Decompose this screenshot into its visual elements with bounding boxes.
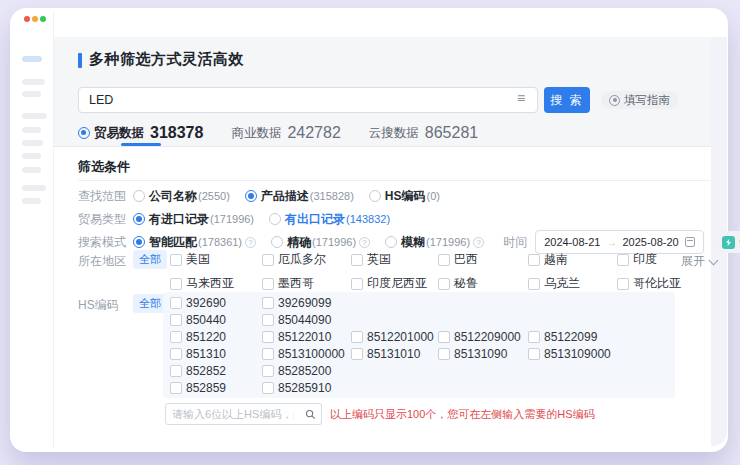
hs-code-item[interactable]: 39269099: [262, 296, 351, 310]
checkbox-icon: [528, 254, 540, 266]
hs-code-row: 85044085044090: [170, 314, 617, 326]
checkbox-icon: [262, 314, 274, 326]
region-checkbox-item[interactable]: 英国: [351, 251, 438, 268]
radio-option[interactable]: HS编码(0): [369, 188, 440, 205]
window-zoom-button[interactable]: [40, 16, 46, 22]
radio-option[interactable]: 产品描述(315828): [245, 188, 354, 205]
hs-code-item[interactable]: 8513100000: [262, 347, 351, 361]
checkbox-icon: [262, 348, 274, 360]
hs-code-label: 852859: [186, 381, 226, 395]
checkbox-icon: [170, 331, 182, 343]
hs-code-item[interactable]: 392690: [170, 296, 262, 310]
tab-3[interactable]: 云搜数据865281: [369, 120, 478, 146]
tab-2[interactable]: 商业数据242782: [231, 120, 340, 146]
search-icon: [305, 409, 316, 420]
tab-1[interactable]: 贸易数据318378: [78, 120, 203, 146]
sidebar-skeleton-item: [22, 79, 45, 85]
filter-row-2: 贸易类型有进口记录(171996)有出口记录(143832): [78, 210, 405, 228]
info-icon[interactable]: ?: [245, 237, 256, 248]
region-checkbox-item[interactable]: 越南: [528, 251, 617, 268]
screenshot-stage: 多种筛选方式灵活高效 ≡ 搜 索 填写指南 贸易数据318378商业数据2427…: [0, 0, 740, 465]
sidebar-skeleton-item: [22, 167, 41, 173]
hs-code-item[interactable]: 851220: [170, 330, 262, 344]
option-count: (171996): [210, 213, 254, 225]
checkbox-icon: [438, 278, 450, 290]
hs-code-item[interactable]: 8513109000: [528, 347, 617, 361]
region-checkbox-item[interactable]: 乌克兰: [528, 275, 617, 292]
hs-code-label: 39269099: [278, 296, 331, 310]
region-checkbox-item[interactable]: 秘鲁: [438, 275, 528, 292]
checkbox-icon: [351, 254, 363, 266]
hs-code-item[interactable]: 85131010: [351, 347, 438, 361]
region-checkbox-item[interactable]: 印度尼西亚: [351, 275, 438, 292]
option-label: 模糊: [401, 234, 425, 251]
filter-row-3: 搜索模式智能匹配(178361)?精确(171996)?模糊(171996)?时…: [78, 233, 740, 251]
trade-data-icon: [78, 127, 90, 139]
option-label: 精确: [287, 234, 311, 251]
hs-code-item[interactable]: 850440: [170, 313, 262, 327]
time-label: 时间: [503, 234, 527, 251]
window-minimize-button[interactable]: [32, 16, 38, 22]
page-title: 多种筛选方式灵活高效: [89, 50, 244, 69]
radio-option[interactable]: 模糊(171996)?: [385, 234, 484, 251]
section-divider: [78, 180, 710, 181]
region-label: 马来西亚: [186, 275, 234, 292]
hs-code-item[interactable]: 852859: [170, 381, 262, 395]
fill-guide-button[interactable]: 填写指南: [601, 91, 678, 109]
hscode-search-button[interactable]: [300, 403, 322, 425]
radio-option[interactable]: 智能匹配(178361)?: [133, 234, 256, 251]
region-checkbox-item[interactable]: 哥伦比亚: [617, 275, 687, 292]
hs-code-label: 392690: [186, 296, 226, 310]
filter-section-title: 筛选条件: [78, 158, 130, 176]
expand-toggle[interactable]: 展开: [681, 253, 717, 270]
radio-option[interactable]: 有进口记录(171996): [133, 211, 254, 228]
checkbox-icon: [528, 278, 540, 290]
hscode-all-pill[interactable]: 全部: [133, 294, 167, 313]
region-checkbox-item[interactable]: 墨西哥: [262, 275, 351, 292]
calendar-icon: [685, 237, 695, 247]
region-checkbox-item[interactable]: 巴西: [438, 251, 528, 268]
hs-code-label: 85044090: [278, 313, 331, 327]
hs-code-row: 85285985285910: [170, 382, 617, 394]
radio-selected-icon: [133, 213, 145, 225]
checkbox-icon: [170, 382, 182, 394]
hscode-input[interactable]: [165, 403, 301, 425]
hs-code-row: 85285285285200: [170, 365, 617, 377]
info-icon[interactable]: ?: [473, 237, 484, 248]
region-label: 乌克兰: [544, 275, 580, 292]
hs-code-item[interactable]: 85044090: [262, 313, 351, 327]
radio-option[interactable]: 公司名称(2550): [133, 188, 230, 205]
hs-code-item[interactable]: 8512209000: [438, 330, 528, 344]
radio-option[interactable]: 有出口记录(143832): [269, 211, 390, 228]
region-checkbox-item[interactable]: 厄瓜多尔: [262, 251, 351, 268]
filter-lines-icon[interactable]: ≡: [517, 91, 525, 105]
region-all-pill[interactable]: 全部: [133, 250, 167, 269]
sidebar-skeleton-item: [22, 113, 47, 119]
radio-icon: [369, 190, 381, 202]
region-checkbox-item[interactable]: 美国: [170, 251, 262, 268]
info-icon[interactable]: ?: [359, 237, 370, 248]
hs-code-item[interactable]: 851310: [170, 347, 262, 361]
hs-code-item[interactable]: 85122099: [528, 330, 617, 344]
region-label: 越南: [544, 251, 568, 268]
window-close-button[interactable]: [24, 16, 30, 22]
checkbox-icon: [617, 278, 629, 290]
sidebar-skeleton-item: [22, 140, 43, 146]
hs-code-item[interactable]: 85122010: [262, 330, 351, 344]
region-checkbox-item[interactable]: 马来西亚: [170, 275, 262, 292]
quick-options-button[interactable]: 快捷选项: [714, 231, 740, 253]
hs-code-item[interactable]: 85285200: [262, 364, 351, 378]
tab-count: 318378: [150, 124, 203, 142]
region-checkbox-item[interactable]: 印度: [617, 251, 687, 268]
hs-code-item[interactable]: 85131090: [438, 347, 528, 361]
search-input[interactable]: [78, 87, 538, 113]
radio-option[interactable]: 精确(171996)?: [271, 234, 370, 251]
hs-code-item[interactable]: 852852: [170, 364, 262, 378]
hs-code-row: 8513108513100000851310108513109085131090…: [170, 348, 617, 360]
tab-count: 865281: [425, 124, 478, 142]
tab-label: 商业数据: [231, 125, 281, 142]
search-button[interactable]: 搜 索: [544, 87, 590, 113]
hs-code-item[interactable]: 85285910: [262, 381, 351, 395]
tab-count: 242782: [287, 124, 340, 142]
hs-code-item[interactable]: 8512201000: [351, 330, 438, 344]
